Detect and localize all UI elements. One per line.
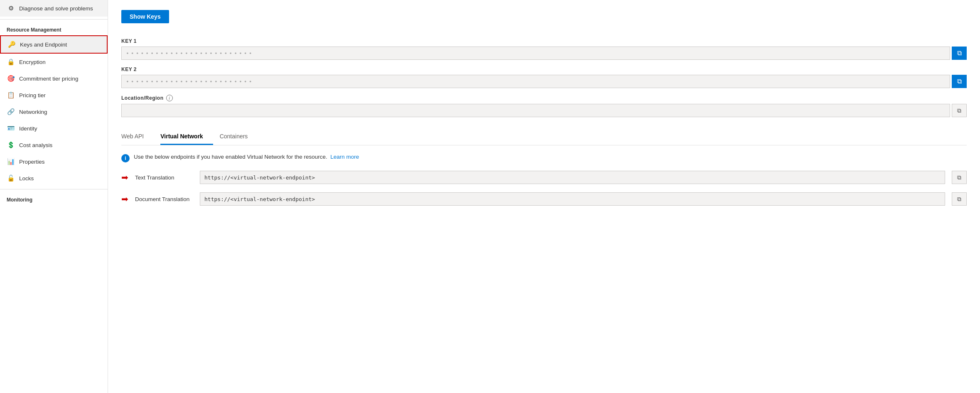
sidebar-properties-label: Properties	[19, 159, 45, 165]
key1-input[interactable]	[121, 47, 950, 60]
cost-icon: 💲	[7, 141, 15, 149]
sidebar-locks-label: Locks	[19, 175, 34, 182]
sidebar-divider-1	[0, 19, 108, 20]
location-input[interactable]	[121, 104, 950, 117]
text-translation-row: ➡ Text Translation ⧉	[121, 171, 967, 184]
location-copy-button[interactable]: ⧉	[952, 104, 967, 117]
monitoring-label: Monitoring	[0, 192, 108, 205]
location-label: Location/Region	[121, 95, 164, 101]
pricing-icon: 📋	[7, 91, 15, 99]
info-message: Use the below endpoints if you have enab…	[134, 154, 359, 160]
sidebar-commitment-label: Commitment tier pricing	[19, 76, 79, 82]
sidebar-item-locks[interactable]: 🔓 Locks	[0, 170, 108, 187]
locks-icon: 🔓	[7, 174, 15, 182]
sidebar-item-commitment-tier-pricing[interactable]: 🎯 Commitment tier pricing	[0, 70, 108, 87]
text-translation-input[interactable]	[200, 171, 945, 184]
key2-label: KEY 2	[121, 66, 967, 72]
identity-icon: 🪪	[7, 124, 15, 133]
sidebar-divider-2	[0, 189, 108, 189]
sidebar-item-identity[interactable]: 🪪 Identity	[0, 120, 108, 137]
sidebar-item-cost-analysis[interactable]: 💲 Cost analysis	[0, 137, 108, 153]
tabs-container: Web API Virtual Network Containers	[121, 129, 967, 145]
sidebar-item-pricing-tier[interactable]: 📋 Pricing tier	[0, 87, 108, 103]
key2-input[interactable]	[121, 75, 950, 88]
sidebar-item-diagnose[interactable]: ⚙ Diagnose and solve problems	[0, 0, 108, 17]
location-label-row: Location/Region i	[121, 95, 967, 101]
sidebar-pricing-label: Pricing tier	[19, 92, 46, 98]
document-translation-arrow-icon: ➡	[121, 194, 128, 204]
main-content: Show Keys KEY 1 ⧉ KEY 2 ⧉ Location/Regio…	[108, 0, 980, 393]
lock-icon: 🔒	[7, 58, 15, 66]
sidebar-item-keys-endpoint[interactable]: 🔑 Keys and Endpoint	[0, 35, 108, 54]
commitment-icon: 🎯	[7, 74, 15, 83]
key-icon: 🔑	[7, 40, 16, 49]
properties-icon: 📊	[7, 157, 15, 166]
sidebar-keys-endpoint-label: Keys and Endpoint	[20, 42, 67, 48]
info-circle-icon: i	[121, 154, 130, 162]
document-translation-row: ➡ Document Translation ⧉	[121, 192, 967, 206]
info-char: i	[125, 155, 126, 161]
document-translation-copy-button[interactable]: ⧉	[952, 192, 967, 206]
key1-field-row: ⧉	[121, 47, 967, 60]
key1-copy-button[interactable]: ⧉	[952, 47, 967, 60]
key2-copy-button[interactable]: ⧉	[952, 75, 967, 88]
copy-icon-location: ⧉	[957, 107, 961, 114]
sidebar-item-networking[interactable]: 🔗 Networking	[0, 103, 108, 120]
resource-management-label: Resource Management	[0, 22, 108, 35]
info-banner: i Use the below endpoints if you have en…	[121, 154, 967, 162]
networking-icon: 🔗	[7, 108, 15, 116]
text-translation-copy-button[interactable]: ⧉	[952, 171, 967, 184]
tab-web-api[interactable]: Web API	[121, 129, 154, 145]
document-translation-label: Document Translation	[135, 196, 193, 202]
copy-icon-key2: ⧉	[957, 78, 962, 85]
sidebar-networking-label: Networking	[19, 109, 47, 115]
sidebar: ⚙ Diagnose and solve problems Resource M…	[0, 0, 108, 393]
sidebar-scroll-area: ⚙ Diagnose and solve problems Resource M…	[0, 0, 108, 393]
sidebar-item-properties[interactable]: 📊 Properties	[0, 153, 108, 170]
show-keys-button[interactable]: Show Keys	[121, 10, 169, 23]
key1-label: KEY 1	[121, 38, 967, 44]
diagnose-icon: ⚙	[7, 4, 15, 12]
copy-icon-document-translation: ⧉	[957, 196, 961, 203]
sidebar-encryption-label: Encryption	[19, 59, 46, 65]
tab-virtual-network[interactable]: Virtual Network	[160, 129, 213, 145]
sidebar-cost-label: Cost analysis	[19, 142, 52, 148]
document-translation-input[interactable]	[200, 192, 945, 206]
location-field-row: ⧉	[121, 104, 967, 117]
copy-icon-text-translation: ⧉	[957, 174, 961, 181]
location-info-icon[interactable]: i	[166, 95, 173, 101]
text-translation-arrow-icon: ➡	[121, 172, 128, 182]
learn-more-link[interactable]: Learn more	[330, 154, 359, 160]
sidebar-diagnose-label: Diagnose and solve problems	[19, 5, 93, 12]
sidebar-item-encryption[interactable]: 🔒 Encryption	[0, 54, 108, 70]
sidebar-identity-label: Identity	[19, 125, 37, 132]
key2-field-row: ⧉	[121, 75, 967, 88]
tab-containers[interactable]: Containers	[220, 129, 258, 145]
text-translation-label: Text Translation	[135, 174, 193, 181]
copy-icon-key1: ⧉	[957, 49, 962, 57]
